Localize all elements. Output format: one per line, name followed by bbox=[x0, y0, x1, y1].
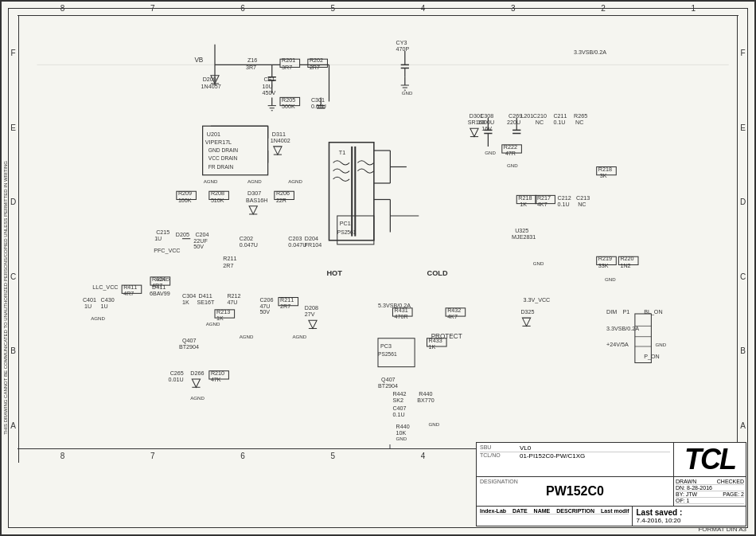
svg-text:470P: 470P bbox=[396, 46, 410, 53]
schematic-drawing: VB D209 1N4057 Z16 3R7 CE1 10U 450V R201… bbox=[19, 16, 737, 448]
svg-text:Q407: Q407 bbox=[182, 338, 197, 344]
svg-text:C206: C206 bbox=[259, 297, 273, 303]
row-markers-right: F E D C B A bbox=[737, 16, 748, 463]
index-lab-col4: DESCRIPTION bbox=[556, 508, 594, 514]
svg-text:R442: R442 bbox=[392, 391, 406, 397]
svg-text:NC: NC bbox=[536, 119, 544, 126]
col-6: 6 bbox=[240, 4, 245, 13]
col-7: 7 bbox=[150, 4, 155, 13]
svg-text:R212: R212 bbox=[227, 293, 240, 299]
designation-label: DESIGNATION bbox=[480, 479, 670, 484]
last-saved-date: 7.4-2016, 10:20 bbox=[636, 517, 682, 524]
svg-text:47U: 47U bbox=[227, 299, 237, 306]
svg-text:2R7: 2R7 bbox=[223, 263, 233, 269]
svg-text:GND: GND bbox=[429, 421, 440, 427]
checked-label: CHECKED bbox=[717, 479, 744, 484]
svg-text:1U: 1U bbox=[84, 303, 92, 310]
svg-text:R265: R265 bbox=[574, 113, 587, 119]
svg-text:1000U: 1000U bbox=[477, 119, 494, 126]
designation-value: PW152C0 bbox=[480, 484, 670, 499]
title-block-middle-row: DESIGNATION PW152C0 DRAWN CHECKED DN: 8-… bbox=[477, 477, 746, 507]
svg-text:Q407: Q407 bbox=[381, 377, 396, 383]
svg-text:C430: C430 bbox=[101, 297, 115, 303]
svg-text:D208: D208 bbox=[305, 305, 318, 311]
svg-text:PS2561: PS2561 bbox=[378, 351, 397, 357]
svg-text:50V: 50V bbox=[193, 244, 204, 250]
svg-text:FR104: FR104 bbox=[305, 242, 321, 248]
svg-text:R211: R211 bbox=[223, 256, 236, 262]
last-saved-block: Last saved : 7.4-2016, 10:20 bbox=[633, 507, 685, 526]
svg-text:AGND: AGND bbox=[91, 315, 105, 321]
last-saved-label: Last saved : bbox=[636, 508, 682, 517]
svg-text:MJE2831: MJE2831 bbox=[512, 234, 536, 241]
svg-text:3.3VSB/0.2A: 3.3VSB/0.2A bbox=[574, 49, 606, 56]
svg-text:C401: C401 bbox=[83, 297, 96, 303]
title-block: SBU VL0 TCL/NO 01-PI152C0-PW/C1XG TCL DE… bbox=[476, 442, 746, 526]
svg-text:L201: L201 bbox=[520, 113, 533, 119]
svg-text:GND: GND bbox=[656, 342, 667, 347]
svg-text:3.3VSB/0.2A: 3.3VSB/0.2A bbox=[606, 326, 639, 332]
svg-text:AGND: AGND bbox=[204, 178, 218, 184]
svg-text:T1: T1 bbox=[339, 150, 345, 156]
svg-text:D325: D325 bbox=[520, 309, 534, 315]
svg-text:D307: D307 bbox=[247, 190, 261, 197]
svg-text:220U: 220U bbox=[507, 119, 520, 126]
row-markers-left: F E D C B A bbox=[8, 16, 19, 463]
svg-text:GND: GND bbox=[533, 260, 544, 266]
drawn-checked-header: DRAWN CHECKED bbox=[676, 479, 744, 485]
svg-text:AGND: AGND bbox=[288, 178, 302, 184]
sbu-row: SBU VL0 bbox=[480, 444, 670, 452]
sbu-label: SBU bbox=[480, 444, 520, 452]
svg-text:BL_ON: BL_ON bbox=[644, 309, 662, 315]
svg-text:P1: P1 bbox=[623, 309, 630, 315]
tclno-value: 01-PI152C0-PW/C1XG bbox=[520, 452, 585, 460]
svg-text:1N2: 1N2 bbox=[620, 263, 630, 269]
svg-text:D311: D311 bbox=[272, 131, 286, 138]
svg-text:NC: NC bbox=[578, 201, 586, 208]
sbu-value: VL0 bbox=[520, 444, 531, 452]
svg-text:4K7: 4K7 bbox=[537, 201, 548, 208]
designation-block: DESIGNATION PW152C0 bbox=[477, 477, 674, 506]
title-block-top-row: SBU VL0 TCL/NO 01-PI152C0-PW/C1XG TCL bbox=[477, 443, 746, 477]
schematic-page: THIS DRAWING CANNOT BE COMMUNICATED TO U… bbox=[0, 0, 756, 536]
svg-text:DIM: DIM bbox=[606, 309, 617, 315]
col-3: 3 bbox=[511, 4, 516, 13]
index-lab-header: Index-Lab DATE NAME DESCRIPTION Last mod… bbox=[480, 508, 629, 514]
svg-text:CY3: CY3 bbox=[396, 40, 407, 46]
drawn-date: DN: 8-28-2016 bbox=[676, 485, 712, 491]
tclno-row: TCL/NO 01-PI152C0-PW/C1XG bbox=[480, 452, 670, 460]
svg-text:BT2904: BT2904 bbox=[179, 344, 199, 350]
svg-text:C265: C265 bbox=[170, 370, 184, 377]
svg-text:C304: C304 bbox=[182, 293, 196, 299]
svg-text:D266: D266 bbox=[190, 370, 204, 377]
svg-text:PS2561: PS2561 bbox=[337, 229, 357, 235]
svg-text:C269: C269 bbox=[509, 113, 522, 119]
svg-text:GND: GND bbox=[485, 150, 496, 155]
svg-text:AGND: AGND bbox=[292, 334, 306, 339]
svg-text:0.1U: 0.1U bbox=[553, 119, 565, 126]
svg-rect-0 bbox=[19, 20, 737, 444]
svg-text:C212: C212 bbox=[558, 195, 571, 201]
svg-text:C407: C407 bbox=[392, 405, 406, 412]
drawn-checked-block: DRAWN CHECKED DN: 8-28-2016 BY: JTW PAGE… bbox=[674, 477, 746, 506]
svg-text:27V: 27V bbox=[305, 311, 315, 318]
svg-text:D411: D411 bbox=[199, 293, 212, 299]
svg-text:500K: 500K bbox=[282, 104, 295, 110]
svg-text:VIPER17L: VIPER17L bbox=[205, 139, 232, 146]
svg-text:R202: R202 bbox=[310, 57, 323, 64]
title-block-bottom-row: Index-Lab DATE NAME DESCRIPTION Last mod… bbox=[477, 507, 746, 526]
svg-text:U325: U325 bbox=[515, 228, 528, 234]
svg-text:D205: D205 bbox=[176, 232, 189, 238]
svg-text:C213: C213 bbox=[576, 195, 590, 201]
svg-text:+24V/5A: +24V/5A bbox=[606, 342, 629, 348]
svg-text:16V: 16V bbox=[481, 126, 492, 132]
index-lab-col5: Last modif bbox=[601, 508, 629, 514]
svg-text:4R7: 4R7 bbox=[152, 283, 162, 289]
drawn-name: BY: JTW bbox=[676, 491, 697, 497]
svg-text:SK2: SK2 bbox=[392, 397, 403, 404]
svg-text:Z16: Z16 bbox=[247, 57, 257, 64]
col-5: 5 bbox=[331, 4, 336, 13]
svg-text:1K: 1K bbox=[520, 201, 527, 208]
of-label: OF: 1 bbox=[676, 498, 690, 503]
svg-text:4K7: 4K7 bbox=[447, 314, 458, 320]
